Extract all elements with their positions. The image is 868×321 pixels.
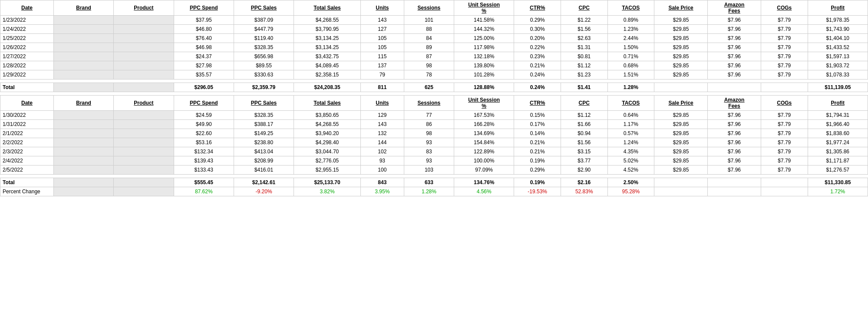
cell-amazon-fees: $7.96 bbox=[708, 138, 761, 147]
cell-units: 137 bbox=[360, 61, 404, 70]
cell-cogs: $7.79 bbox=[761, 25, 808, 34]
cell-unit-session: 117.98% bbox=[454, 43, 514, 52]
cell-sale-price: $29.85 bbox=[654, 138, 708, 147]
cell-sessions: 83 bbox=[404, 147, 454, 156]
total2-tacos: 2.50% bbox=[607, 178, 654, 187]
cell-sessions: 103 bbox=[404, 165, 454, 175]
cell-ctr: 0.21% bbox=[514, 147, 561, 156]
spacer-row-2 bbox=[0, 92, 868, 96]
cell-units: 129 bbox=[360, 111, 404, 120]
cell-units: 102 bbox=[360, 147, 404, 156]
percent-cogs bbox=[761, 187, 808, 196]
cell-product bbox=[114, 147, 174, 156]
cell-unit-session: 167.53% bbox=[454, 111, 514, 120]
cell-cpc: $3.15 bbox=[561, 147, 607, 156]
cell-ppc-sales: $387.09 bbox=[234, 16, 294, 25]
cell-ctr: 0.21% bbox=[514, 61, 561, 70]
cell-sale-price: $29.85 bbox=[654, 120, 708, 129]
cell-brand bbox=[53, 120, 113, 129]
cell-amazon-fees: $7.96 bbox=[708, 111, 761, 120]
total2-cogs bbox=[761, 178, 808, 187]
cell-units: 105 bbox=[360, 34, 404, 43]
cell-cpc: $2.90 bbox=[561, 165, 607, 175]
cell-cogs: $7.79 bbox=[761, 147, 808, 156]
cell-date: 2/3/2022 bbox=[0, 147, 54, 156]
cell-total-sales: $2,358.15 bbox=[294, 70, 361, 79]
col2-header-cpc: CPC bbox=[561, 96, 607, 111]
total-cogs bbox=[761, 83, 808, 92]
cell-ppc-sales: $416.01 bbox=[234, 165, 294, 175]
cell-date: 1/27/2022 bbox=[0, 52, 54, 61]
main-table-container: Date Brand Product PPC Spend PPC Sales T… bbox=[0, 0, 868, 196]
cell-date: 1/25/2022 bbox=[0, 34, 54, 43]
cell-unit-session: 122.89% bbox=[454, 147, 514, 156]
cell-amazon-fees: $7.96 bbox=[708, 61, 761, 70]
percent-sessions: 1.28% bbox=[404, 187, 454, 196]
cell-unit-session: 166.28% bbox=[454, 120, 514, 129]
cell-sale-price: $29.85 bbox=[654, 165, 708, 175]
cell-total-sales: $3,940.20 bbox=[294, 129, 361, 138]
percent-total-sales: 3.82% bbox=[294, 187, 361, 196]
cell-brand bbox=[53, 156, 113, 165]
cell-date: 1/24/2022 bbox=[0, 25, 54, 34]
cell-product bbox=[114, 129, 174, 138]
cell-product bbox=[114, 156, 174, 165]
total-amazon-fees bbox=[708, 83, 761, 92]
cell-sale-price: $29.85 bbox=[654, 43, 708, 52]
cell-ppc-spend: $53.16 bbox=[174, 138, 234, 147]
total-brand bbox=[53, 83, 113, 92]
cell-amazon-fees: $7.96 bbox=[708, 165, 761, 175]
cell-total-sales: $2,776.05 bbox=[294, 156, 361, 165]
cell-brand bbox=[53, 165, 113, 175]
cell-amazon-fees: $7.96 bbox=[708, 52, 761, 61]
col2-header-brand: Brand bbox=[53, 96, 113, 111]
cell-date: 2/5/2022 bbox=[0, 165, 54, 175]
cell-total-sales: $3,432.75 bbox=[294, 52, 361, 61]
col-header-ppc-sales: PPC Sales bbox=[234, 0, 294, 16]
cell-ppc-sales: $208.99 bbox=[234, 156, 294, 165]
total-unit-session: 128.88% bbox=[454, 83, 514, 92]
total-ctr: 0.24% bbox=[514, 83, 561, 92]
col-header-amazon-fees: AmazonFees bbox=[708, 0, 761, 16]
cell-amazon-fees: $7.96 bbox=[708, 70, 761, 79]
col2-header-amazon-fees: AmazonFees bbox=[708, 96, 761, 111]
cell-total-sales: $3,134.25 bbox=[294, 43, 361, 52]
cell-tacos: 0.71% bbox=[607, 52, 654, 61]
cell-tacos: 0.64% bbox=[607, 111, 654, 120]
total2-label: Total bbox=[0, 178, 54, 187]
percent-ppc-spend: 87.62% bbox=[174, 187, 234, 196]
cell-units: 105 bbox=[360, 43, 404, 52]
table-row: 1/30/2022 $24.59 $328.35 $3,850.65 129 7… bbox=[0, 111, 868, 120]
cell-ctr: 0.22% bbox=[514, 43, 561, 52]
cell-sale-price: $29.85 bbox=[654, 111, 708, 120]
cell-profit: $1,078.33 bbox=[808, 70, 868, 79]
cell-date: 2/2/2022 bbox=[0, 138, 54, 147]
total2-sessions: 633 bbox=[404, 178, 454, 187]
col2-header-unit-session: Unit Session% bbox=[454, 96, 514, 111]
percent-units: 3.95% bbox=[360, 187, 404, 196]
cell-cpc: $1.12 bbox=[561, 61, 607, 70]
cell-date: 1/26/2022 bbox=[0, 43, 54, 52]
cell-sessions: 78 bbox=[404, 70, 454, 79]
percent-cpc: 52.83% bbox=[561, 187, 607, 196]
cell-product bbox=[114, 43, 174, 52]
col2-header-sale-price: Sale Price bbox=[654, 96, 708, 111]
cell-date: 1/31/2022 bbox=[0, 120, 54, 129]
cell-ppc-spend: $24.37 bbox=[174, 52, 234, 61]
col2-header-sessions: Sessions bbox=[404, 96, 454, 111]
cell-unit-session: 101.28% bbox=[454, 70, 514, 79]
col-header-unit-session: Unit Session% bbox=[454, 0, 514, 16]
cell-tacos: 4.35% bbox=[607, 147, 654, 156]
table-row: 1/28/2022 $27.98 $89.55 $4,089.45 137 98… bbox=[0, 61, 868, 70]
cell-ctr: 0.15% bbox=[514, 111, 561, 120]
col2-header-cogs: COGs bbox=[761, 96, 808, 111]
cell-amazon-fees: $7.96 bbox=[708, 129, 761, 138]
cell-total-sales: $4,089.45 bbox=[294, 61, 361, 70]
cell-ctr: 0.24% bbox=[514, 70, 561, 79]
cell-cpc: $0.94 bbox=[561, 129, 607, 138]
cell-ppc-spend: $22.60 bbox=[174, 129, 234, 138]
cell-sessions: 88 bbox=[404, 25, 454, 34]
col2-header-ppc-spend: PPC Spend bbox=[174, 96, 234, 111]
cell-product bbox=[114, 52, 174, 61]
cell-brand bbox=[53, 34, 113, 43]
